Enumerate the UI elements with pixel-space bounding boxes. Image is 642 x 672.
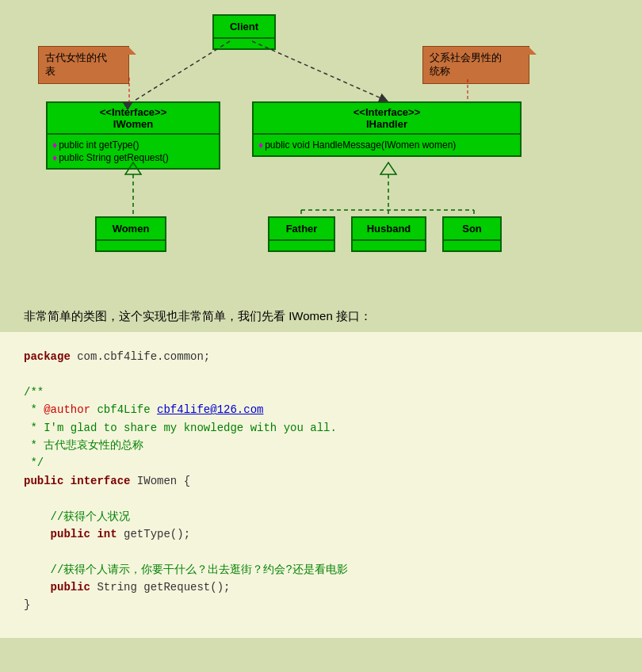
note-women-text: 古代女性的代 表 xyxy=(45,52,107,77)
svg-marker-6 xyxy=(380,162,396,174)
client-title: Client xyxy=(214,16,274,39)
iwomen-box: <<Interface>> IWomen ♦ public int getTyp… xyxy=(46,101,220,170)
code-blank2 xyxy=(24,490,618,507)
description-text: 非常简单的类图，这个实现也非常简单，我们先看 IWomen 接口： xyxy=(24,309,372,323)
son-footer xyxy=(444,241,500,250)
code-javadoc-end: */ xyxy=(24,454,618,472)
client-box: Client xyxy=(212,14,276,50)
code-interface-decl: public interface IWomen { xyxy=(24,472,618,490)
ihandler-box: <<Interface>> IHandler ♦ public void Han… xyxy=(252,101,522,157)
ihandler-title: <<Interface>> IHandler xyxy=(254,103,520,135)
women-footer xyxy=(97,241,165,250)
husband-footer xyxy=(353,241,425,250)
father-footer xyxy=(269,241,334,250)
son-title: Son xyxy=(444,218,500,241)
ihandler-stereotype: <<Interface>> xyxy=(260,106,514,118)
client-footer xyxy=(214,39,274,48)
code-method2: public String getRequest(); xyxy=(24,578,618,596)
code-javadoc-line1: * I'm glad to share my knowledge with yo… xyxy=(24,419,618,437)
husband-title: Husband xyxy=(353,218,425,241)
uml-diagram: 古代女性的代 表 父系社会男性的 统称 Client <<Interface>>… xyxy=(0,0,642,293)
code-close: } xyxy=(24,596,618,613)
ihandler-method-1-text: public void HandleMessage(IWomen women) xyxy=(265,139,456,151)
diamond-icon-3: ♦ xyxy=(258,139,263,151)
iwomen-method-2-text: public String getRequest() xyxy=(59,152,169,163)
note-men: 父系社会男性的 统称 xyxy=(422,46,529,84)
code-comment2: //获得个人请示，你要干什么？出去逛街？约会?还是看电影 xyxy=(24,561,618,578)
father-box: Father xyxy=(268,216,335,252)
code-javadoc-line2: * 古代悲哀女性的总称 xyxy=(24,437,618,454)
code-javadoc-author: * @author cbf4Life cbf4life@126.com xyxy=(24,401,618,418)
code-package: package com.cbf4life.common; xyxy=(24,348,618,365)
code-javadoc-start: /** xyxy=(24,384,618,401)
iwomen-method-2: ♦ public String getRequest() xyxy=(52,152,214,163)
code-blank3 xyxy=(24,543,618,560)
svg-line-0 xyxy=(133,41,230,101)
iwomen-stereotype: <<Interface>> xyxy=(54,106,212,118)
iwomen-title: <<Interface>> IWomen xyxy=(48,103,219,135)
father-title: Father xyxy=(269,218,334,241)
ihandler-method-1: ♦ public void HandleMessage(IWomen women… xyxy=(258,139,515,151)
description-section: 非常简单的类图，这个实现也非常简单，我们先看 IWomen 接口： xyxy=(0,293,642,332)
iwomen-name: IWomen xyxy=(54,118,212,130)
husband-box: Husband xyxy=(351,216,426,252)
son-box: Son xyxy=(442,216,502,252)
code-method1: public int getType(); xyxy=(24,525,618,543)
diamond-icon-1: ♦ xyxy=(52,139,57,151)
iwomen-method-1-text: public int getType() xyxy=(59,139,139,151)
code-section: package com.cbf4life.common; /** * @auth… xyxy=(0,332,642,638)
note-women: 古代女性的代 表 xyxy=(38,46,129,84)
iwomen-body: ♦ public int getType() ♦ public String g… xyxy=(48,135,219,168)
code-comment1: //获得个人状况 xyxy=(24,508,618,525)
diamond-icon-2: ♦ xyxy=(52,152,57,163)
ihandler-body: ♦ public void HandleMessage(IWomen women… xyxy=(254,135,520,155)
iwomen-method-1: ♦ public int getType() xyxy=(52,139,214,151)
ihandler-name: IHandler xyxy=(260,118,514,130)
women-title: Women xyxy=(97,218,165,241)
note-men-text: 父系社会男性的 统称 xyxy=(430,52,502,77)
code-blank1 xyxy=(24,365,618,383)
svg-line-1 xyxy=(252,41,388,101)
women-box: Women xyxy=(95,216,166,252)
